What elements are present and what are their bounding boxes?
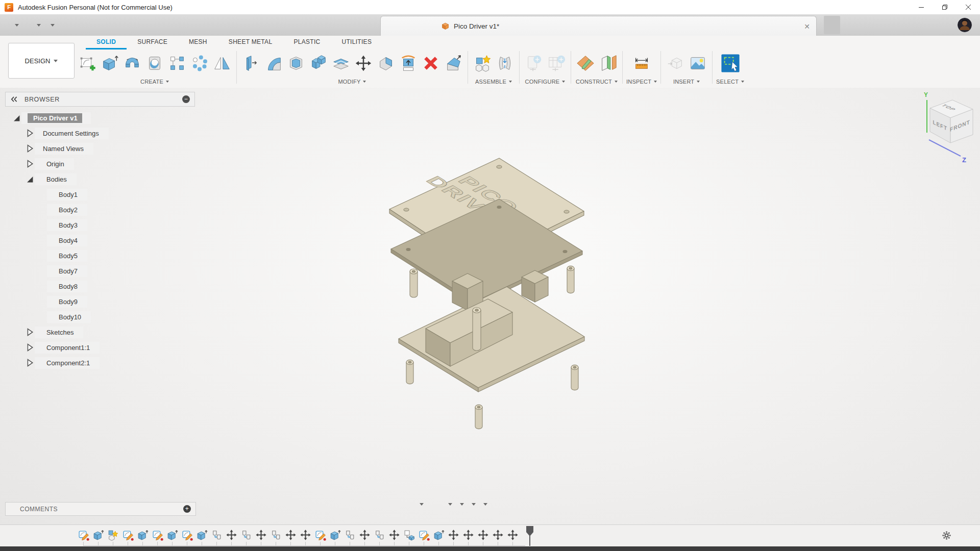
file-new-button[interactable] (12, 23, 20, 28)
tree-node-label[interactable]: Origin (46, 160, 64, 168)
tree-node-label[interactable]: Component2:1 (46, 359, 90, 367)
delete-button[interactable] (420, 51, 442, 76)
tree-node[interactable]: Body1 (47, 189, 87, 201)
ribbon-tab-solid[interactable]: SOLID (86, 36, 127, 49)
tree-node[interactable]: Document Settings (35, 128, 109, 139)
ribbon-tab-surface[interactable]: SURFACE (127, 36, 178, 49)
timeline-feature-move[interactable] (462, 529, 474, 541)
tree-node-label[interactable]: Body2 (59, 206, 78, 214)
user-avatar[interactable] (958, 18, 972, 32)
timeline-feature-move[interactable] (388, 529, 400, 541)
tree-node-label[interactable]: Pico Driver v1 (33, 114, 78, 122)
group-label-create[interactable]: CREATE (140, 77, 169, 86)
hole-button[interactable] (144, 51, 165, 76)
chevron-down-icon[interactable] (448, 503, 452, 506)
group-label-inspect[interactable]: INSPECT (626, 77, 657, 86)
select-button[interactable] (720, 51, 741, 76)
ribbon-tab-plastic[interactable]: PLASTIC (283, 36, 331, 49)
group-label-insert[interactable]: INSERT (673, 77, 700, 86)
ribbon-tab-utilities[interactable]: UTILITIES (331, 36, 383, 49)
tree-node[interactable]: Origin (35, 158, 74, 170)
save-button[interactable] (26, 24, 28, 26)
revolve-button[interactable] (121, 51, 143, 76)
timeline-feature-paste[interactable] (403, 529, 415, 541)
chevron-down-icon[interactable] (483, 503, 487, 506)
split-body-button[interactable] (330, 51, 352, 76)
shell-button[interactable] (285, 51, 307, 76)
tree-node-chip[interactable]: Component1:1 (41, 343, 94, 353)
timeline-marker[interactable] (526, 525, 534, 546)
undo-button[interactable] (34, 23, 42, 28)
mirror-button[interactable] (211, 51, 233, 76)
timeline-feature-move[interactable] (255, 529, 267, 541)
timeline-feature-copy[interactable] (374, 529, 385, 541)
fillet-button[interactable] (263, 51, 284, 76)
maximize-button[interactable] (933, 0, 957, 14)
tree-collapsed-icon[interactable] (24, 159, 35, 169)
tree-node-chip[interactable]: Pico Driver v1 (28, 113, 82, 123)
tree-node-label[interactable]: Sketches (46, 329, 74, 336)
tree-node-label[interactable]: Body9 (59, 298, 78, 306)
timeline-feature-extrude[interactable] (196, 529, 208, 541)
new-component-button[interactable] (472, 51, 493, 76)
tree-collapsed-icon[interactable] (24, 128, 35, 138)
offset-plane-button[interactable] (597, 51, 619, 76)
orbit-button[interactable] (418, 503, 424, 506)
tree-node-label[interactable]: Component1:1 (46, 344, 90, 352)
timeline-feature-move[interactable] (285, 529, 297, 541)
minimize-panel-icon[interactable]: − (182, 95, 190, 103)
group-label-modify[interactable]: MODIFY (338, 77, 366, 86)
tree-node-label[interactable]: Body5 (59, 252, 78, 260)
timeline-feature-copy[interactable] (344, 529, 356, 541)
tree-node[interactable]: Body9 (47, 296, 87, 308)
tree-node-label[interactable]: Body4 (59, 237, 78, 244)
joint-button[interactable] (494, 51, 516, 76)
document-tab[interactable]: Pico Driver v1* ✕ (380, 16, 817, 36)
timeline-feature-move[interactable] (477, 529, 489, 541)
tree-node-label[interactable]: Bodies (46, 176, 67, 183)
model-exploded-view[interactable]: PICO DRIVER (382, 148, 596, 434)
tree-collapsed-icon[interactable] (24, 327, 35, 337)
timeline-feature-extrude[interactable] (92, 529, 104, 541)
tree-node-label[interactable]: Body7 (59, 267, 78, 275)
timeline-feature-move[interactable] (448, 529, 459, 541)
chevron-down-icon[interactable] (37, 24, 41, 27)
tree-node-label[interactable]: Body8 (59, 283, 78, 290)
move-copy-button[interactable] (353, 51, 374, 76)
ribbon-tab-mesh[interactable]: MESH (178, 36, 218, 49)
align-button[interactable] (398, 51, 419, 76)
tree-node-chip[interactable]: Body3 (53, 220, 82, 230)
combine-button[interactable] (308, 51, 329, 76)
tree-node[interactable]: Bodies (35, 173, 77, 185)
timeline-feature-component[interactable] (107, 529, 119, 541)
tree-node[interactable]: Sketches (35, 327, 83, 338)
chevron-down-icon[interactable] (472, 503, 476, 506)
tree-node[interactable]: Pico Driver v1 (21, 112, 91, 124)
comments-panel[interactable]: COMMENTS + (5, 502, 196, 516)
rectangular-pattern-button[interactable] (166, 51, 188, 76)
tree-node-label[interactable]: Body10 (59, 313, 81, 321)
tree-node-chip[interactable]: Body2 (53, 205, 82, 215)
configure-button[interactable] (523, 51, 545, 76)
timeline-feature-extrude[interactable] (329, 529, 341, 541)
tree-node-chip[interactable]: Sketches (41, 328, 78, 337)
canvas-button[interactable] (687, 51, 708, 76)
tree-node-chip[interactable]: Origin (41, 159, 69, 169)
measure-button[interactable] (631, 51, 652, 76)
view-cube[interactable]: Y Z TOP LEFT FRONT (914, 89, 980, 166)
tree-node-chip[interactable]: Body8 (53, 282, 82, 291)
window-zoom-button[interactable] (446, 503, 452, 506)
tree-expanded-icon[interactable] (11, 113, 21, 123)
tree-node[interactable]: Component1:1 (35, 342, 100, 354)
tree-node[interactable]: Named Views (35, 143, 93, 155)
add-comment-icon[interactable]: + (183, 505, 191, 513)
timeline-feature-extrude[interactable] (137, 529, 149, 541)
timeline-feature-extrude[interactable] (166, 529, 178, 541)
chevron-down-icon[interactable] (15, 24, 19, 27)
timeline-feature-sketch[interactable] (152, 529, 163, 541)
timeline-feature-copy[interactable] (270, 529, 282, 541)
timeline-feature-extrude[interactable] (433, 529, 445, 541)
timeline-feature-sketch[interactable] (78, 529, 89, 541)
tree-node-chip[interactable]: Component2:1 (41, 358, 94, 368)
tab-close-icon[interactable]: ✕ (804, 22, 810, 31)
